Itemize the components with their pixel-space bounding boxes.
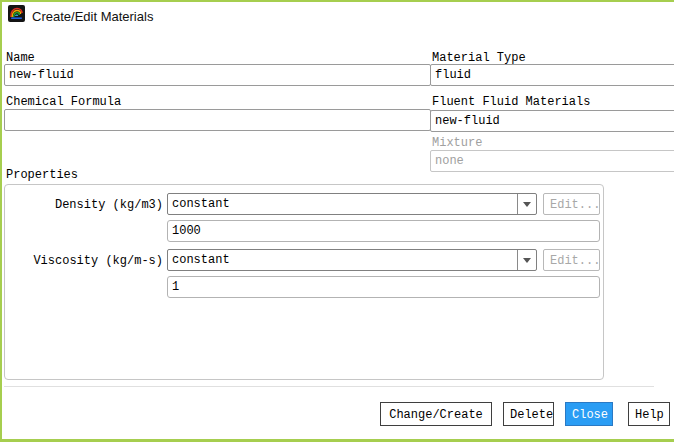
fluent-fluid-materials-label: Fluent Fluid Materials	[432, 95, 590, 109]
chevron-down-icon	[523, 258, 531, 263]
material-type-field[interactable]: fluid	[430, 64, 674, 86]
delete-button[interactable]: Delete	[503, 402, 554, 426]
mixture-field: none	[430, 150, 674, 172]
density-edit-button[interactable]: Edit...	[543, 193, 600, 215]
density-value-input[interactable]	[167, 220, 600, 242]
name-label: Name	[6, 51, 35, 65]
chemical-formula-input[interactable]	[4, 109, 431, 131]
density-dropdown-arrow-button[interactable]	[517, 194, 536, 214]
density-method-value: constant	[168, 194, 517, 214]
properties-label: Properties	[6, 168, 78, 182]
window-frame-left	[0, 0, 2, 442]
window-title: Create/Edit Materials	[32, 9, 153, 24]
mixture-label: Mixture	[432, 136, 482, 150]
viscosity-method-dropdown[interactable]: constant	[167, 249, 537, 271]
fluent-fluid-materials-field[interactable]: new-fluid	[430, 110, 674, 132]
fluent-logo-icon	[8, 5, 25, 22]
viscosity-label: Viscosity (kg/m-s)	[30, 254, 163, 268]
density-method-dropdown[interactable]: constant	[167, 193, 537, 215]
chevron-down-icon	[523, 202, 531, 207]
chemical-formula-label: Chemical Formula	[6, 95, 121, 109]
create-edit-materials-dialog: Create/Edit Materials Name Chemical Form…	[0, 0, 674, 442]
close-button[interactable]: Close	[565, 402, 613, 426]
help-button[interactable]: Help	[628, 402, 670, 426]
bottom-separator	[4, 386, 654, 387]
title-bar[interactable]: Create/Edit Materials	[2, 2, 674, 33]
viscosity-value-input[interactable]	[167, 276, 600, 298]
viscosity-dropdown-arrow-button[interactable]	[517, 250, 536, 270]
density-label: Density (kg/m3)	[30, 198, 163, 212]
viscosity-method-value: constant	[168, 250, 517, 270]
material-type-label: Material Type	[432, 51, 526, 65]
name-input[interactable]	[4, 64, 431, 86]
viscosity-edit-button[interactable]: Edit...	[543, 249, 600, 271]
change-create-button[interactable]: Change/Create	[380, 402, 492, 426]
